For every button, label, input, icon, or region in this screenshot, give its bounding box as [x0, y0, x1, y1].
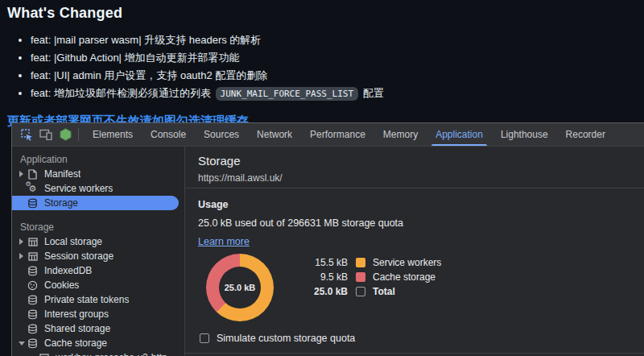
gears-icon: ⚙⚙	[27, 184, 39, 193]
tab-elements[interactable]: Elements	[84, 123, 142, 146]
sidebar-item-manifest[interactable]: Manifest	[12, 167, 184, 181]
table-icon	[27, 252, 39, 261]
storage-panel-title: Storage	[198, 154, 631, 168]
sidebar-item-interest-groups[interactable]: Interest groups	[12, 307, 184, 321]
expand-arrow-icon[interactable]	[16, 253, 27, 259]
simulate-quota-label: Simulate custom storage quota	[217, 333, 355, 344]
sidebar-item-session-storage[interactable]: Session storage	[12, 249, 184, 263]
database-icon	[27, 198, 39, 209]
cookie-icon	[27, 280, 39, 291]
usage-heading: Usage	[198, 199, 631, 210]
inspect-element-button[interactable]	[17, 126, 36, 143]
sidebar-item-storage[interactable]: Storage	[12, 196, 179, 210]
database-icon	[27, 295, 39, 305]
storage-donut-chart: 25.0 kB	[206, 254, 274, 321]
tab-application[interactable]: Application	[427, 123, 492, 146]
sidebar-item-private-state-tokens[interactable]: Private state tokens	[12, 292, 184, 307]
devtools-content: Application Manifest ⚙⚙ Service workers	[12, 147, 644, 356]
sidebar-item-service-workers[interactable]: ⚙⚙ Service workers	[12, 181, 184, 196]
sidebar-item-shared-storage[interactable]: Shared storage	[12, 321, 184, 336]
sidebar-item-cookies[interactable]: Cookies	[12, 278, 184, 292]
collapse-arrow-icon[interactable]	[16, 342, 27, 346]
changelog-list: feat: |mail parser wasm| 升级支持 headers 的解…	[31, 31, 636, 103]
tab-lighthouse[interactable]: Lighthouse	[492, 123, 557, 146]
file-icon	[27, 169, 39, 180]
inline-code-badge: JUNK_MAIL_FORCE_PASS_LIST	[216, 87, 359, 101]
legend-row-cache-storage: 9.5 kB Cache storage	[296, 270, 441, 284]
sidebar-section-application: Application	[12, 153, 184, 167]
database-icon	[27, 338, 39, 349]
storage-panel: Storage https://mail.awsl.uk/ Usage 25.0…	[185, 147, 644, 356]
device-toolbar-icon	[39, 129, 52, 140]
table-icon	[27, 238, 39, 246]
simulate-quota-checkbox[interactable]	[200, 333, 209, 343]
cache-storage-swatch	[356, 272, 365, 282]
table-icon	[38, 354, 50, 356]
sidebar-item-indexeddb[interactable]: IndexedDB	[12, 263, 184, 278]
origin-url: https://mail.awsl.uk/	[198, 172, 631, 184]
donut-center-label: 25.0 kB	[225, 283, 256, 292]
green-hexagon-icon	[60, 128, 72, 141]
legend-row-service-workers: 15.5 kB Service workers	[296, 255, 441, 270]
database-icon	[27, 266, 39, 276]
expand-arrow-icon[interactable]	[16, 171, 27, 177]
page-title: What's Changed	[7, 5, 636, 22]
changelog-item: feat: |mail parser wasm| 升级支持 headers 的解…	[31, 31, 636, 49]
sidebar-item-workbox-precache[interactable]: workbox-precache-v2-https://mai…	[12, 350, 184, 356]
devtools-window: Elements Console Sources Network Perform…	[11, 122, 644, 356]
simulate-quota-row[interactable]: Simulate custom storage quota	[198, 333, 631, 344]
tab-network[interactable]: Network	[248, 123, 301, 146]
tab-sources[interactable]: Sources	[195, 123, 248, 146]
extension-button[interactable]	[56, 126, 75, 143]
donut-center: 25.0 kB	[219, 267, 261, 308]
tab-console[interactable]: Console	[142, 123, 195, 146]
storage-panel-header: Storage https://mail.awsl.uk/	[185, 147, 644, 188]
total-swatch	[356, 287, 365, 296]
devtools-tabs: Elements Console Sources Network Perform…	[84, 123, 614, 146]
devtools-toolbar: Elements Console Sources Network Perform…	[12, 123, 644, 147]
tab-performance[interactable]: Performance	[301, 123, 374, 146]
expand-arrow-icon[interactable]	[16, 238, 27, 245]
changelog-item: feat: |UI| admin 用户设置，支持 oauth2 配置的删除	[31, 67, 636, 85]
usage-chart-row: 25.0 kB 15.5 kB Service workers 9.5 kB C	[198, 254, 631, 321]
service-workers-swatch	[356, 258, 365, 267]
database-icon	[27, 309, 39, 320]
sidebar-section-storage: Storage	[12, 221, 184, 234]
sidebar-item-local-storage[interactable]: Local storage	[12, 234, 184, 249]
quota-text: 25.0 kB used out of 296631 MB storage qu…	[198, 217, 631, 229]
sidebar-item-cache-storage[interactable]: Cache storage	[12, 336, 184, 350]
tab-memory[interactable]: Memory	[374, 123, 427, 146]
toggle-device-toolbar-button[interactable]	[36, 126, 56, 143]
chart-legend: 15.5 kB Service workers 9.5 kB Cache sto…	[296, 255, 441, 321]
toolbar-separator	[78, 128, 79, 141]
learn-more-link[interactable]: Learn more	[198, 236, 250, 247]
inspect-icon	[20, 128, 33, 141]
tab-recorder[interactable]: Recorder	[557, 123, 614, 146]
changelog-item: feat: |Github Action| 增加自动更新并部署功能	[31, 49, 636, 67]
usage-section: Usage 25.0 kB used out of 296631 MB stor…	[185, 188, 644, 354]
application-sidebar: Application Manifest ⚙⚙ Service workers	[12, 147, 185, 356]
changelog-item: feat: 增加垃圾邮件检测必须通过的列表 JUNK_MAIL_FORCE_PA…	[31, 85, 636, 103]
release-notes: What's Changed feat: |mail parser wasm| …	[0, 0, 644, 129]
database-icon	[27, 324, 39, 334]
legend-row-total: 25.0 kB Total	[296, 284, 441, 299]
